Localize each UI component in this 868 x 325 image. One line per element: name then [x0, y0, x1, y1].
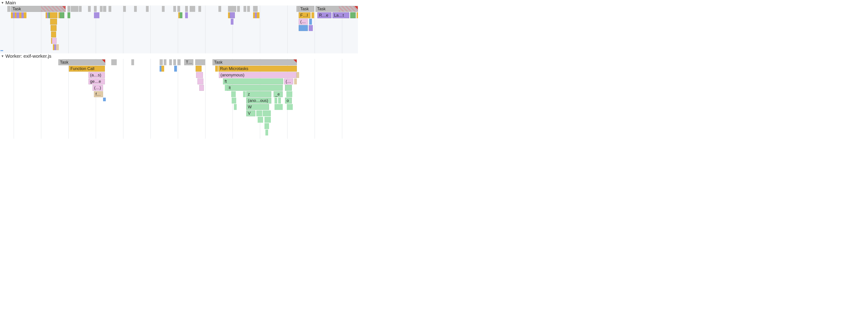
flame-bar[interactable]	[180, 12, 182, 18]
disclosure-icon[interactable]: ▼	[1, 1, 4, 5]
flame-bar[interactable]	[17, 12, 19, 18]
flame-bar[interactable]	[310, 25, 313, 31]
flame-area-worker[interactable]: Task T… Task Function Call Run Microtask…	[0, 59, 358, 139]
flame-bar[interactable]	[260, 117, 263, 123]
flame-bar[interactable]	[51, 31, 56, 37]
flame-bar[interactable]	[233, 91, 236, 97]
flame-bar[interactable]	[97, 12, 99, 18]
flame-bar[interactable]	[67, 12, 70, 18]
flame-bar[interactable]: Run Microtasks	[218, 66, 297, 71]
flame-bar[interactable]	[114, 59, 117, 65]
flame-bar[interactable]: (…)	[93, 85, 103, 91]
flame-bar[interactable]	[275, 98, 277, 104]
flame-bar[interactable]	[164, 59, 166, 65]
flame-bar[interactable]	[103, 98, 106, 101]
flame-bar[interactable]: (anonymous)	[219, 72, 297, 78]
flame-bar[interactable]	[88, 6, 91, 12]
flame-bar[interactable]	[169, 59, 172, 65]
flame-bar[interactable]	[258, 117, 260, 123]
disclosure-icon[interactable]: ▼	[1, 54, 4, 58]
flame-bar[interactable]: La…t	[333, 12, 349, 18]
flame-bar[interactable]: f…	[94, 91, 103, 97]
flame-bar[interactable]	[174, 66, 177, 71]
flame-bar[interactable]	[197, 79, 204, 84]
flame-bar[interactable]	[52, 38, 57, 44]
flame-bar[interactable]	[94, 6, 97, 12]
flame-bar[interactable]	[185, 6, 188, 12]
flame-bar[interactable]	[290, 104, 293, 110]
flame-bar[interactable]	[228, 6, 236, 12]
flame-bar[interactable]	[215, 66, 218, 71]
flame-bar[interactable]	[146, 6, 149, 12]
flame-bar[interactable]	[243, 91, 246, 97]
flame-bar[interactable]	[231, 19, 234, 25]
flame-bar[interactable]: o	[285, 98, 292, 104]
flame-bar[interactable]	[190, 6, 192, 12]
flame-bar[interactable]	[196, 66, 202, 71]
flame-bar[interactable]	[173, 59, 176, 65]
flame-bar[interactable]	[218, 6, 221, 12]
flame-bar[interactable]	[356, 12, 358, 18]
flame-bar[interactable]	[131, 59, 134, 65]
flame-bar-task[interactable]: T…	[184, 59, 193, 65]
flame-bar[interactable]: F…l	[299, 12, 311, 18]
flame-bar-task[interactable]: Task	[11, 6, 66, 12]
flame-bar[interactable]: (…)	[299, 19, 308, 25]
flame-bar[interactable]	[134, 6, 137, 12]
flame-bar-task[interactable]: Task	[299, 6, 314, 12]
flame-bar[interactable]	[253, 6, 258, 12]
flame-bar[interactable]	[50, 19, 57, 25]
flame-bar[interactable]: (…	[284, 79, 293, 84]
flame-bar[interactable]	[237, 6, 240, 12]
flame-bar[interactable]	[79, 6, 82, 12]
flame-bar[interactable]	[278, 98, 281, 104]
flame-bar[interactable]	[192, 6, 195, 12]
flame-bar[interactable]	[103, 6, 106, 12]
flame-bar[interactable]	[259, 110, 262, 116]
flame-bar[interactable]	[244, 6, 246, 12]
flame-bar[interactable]	[199, 85, 204, 91]
flame-bar[interactable]	[294, 79, 297, 84]
flame-bar[interactable]	[257, 12, 259, 18]
flame-bar[interactable]	[7, 6, 10, 12]
flame-bar[interactable]: R…e	[317, 12, 332, 18]
flame-bar[interactable]	[177, 59, 181, 65]
flame-bar[interactable]	[230, 12, 235, 18]
flame-bar[interactable]	[108, 6, 111, 12]
flame-bar[interactable]	[247, 6, 250, 12]
flame-bar[interactable]	[195, 59, 205, 65]
flame-bar[interactable]	[67, 6, 70, 12]
flame-bar[interactable]: W	[246, 104, 269, 110]
flame-bar[interactable]	[280, 104, 283, 110]
flame-bar[interactable]	[289, 91, 292, 97]
flame-bar[interactable]	[198, 6, 201, 12]
flame-bar[interactable]	[160, 59, 163, 65]
flame-bar[interactable]	[162, 6, 165, 12]
flame-bar[interactable]	[234, 98, 236, 104]
flame-bar-task[interactable]: Task	[58, 59, 105, 65]
flame-bar[interactable]	[76, 6, 79, 12]
flame-bar[interactable]	[73, 6, 76, 12]
flame-bar[interactable]	[266, 129, 268, 136]
flame-bar[interactable]	[161, 66, 164, 71]
flame-bar[interactable]	[299, 25, 308, 31]
flame-bar[interactable]: ge…e	[89, 79, 105, 84]
flame-bar[interactable]	[50, 12, 58, 18]
flame-bar[interactable]: _e	[274, 91, 283, 97]
flame-bar[interactable]	[266, 123, 269, 129]
flame-bar-task[interactable]: Task	[315, 6, 358, 12]
flame-bar[interactable]	[173, 6, 176, 12]
flame-bar[interactable]	[268, 117, 271, 123]
flame-bar[interactable]	[60, 12, 64, 18]
flame-bar[interactable]	[309, 19, 312, 25]
flame-bar-task[interactable]: Task	[213, 59, 297, 65]
flame-bar[interactable]	[94, 12, 97, 18]
flame-bar[interactable]	[111, 59, 114, 65]
flame-bar[interactable]	[123, 6, 126, 12]
flame-bar[interactable]	[24, 12, 26, 18]
flame-bar[interactable]	[185, 12, 188, 18]
flame-bar[interactable]	[297, 72, 299, 78]
flame-bar[interactable]	[177, 6, 180, 12]
flame-bar[interactable]	[311, 12, 314, 18]
flame-bar[interactable]	[234, 104, 237, 110]
